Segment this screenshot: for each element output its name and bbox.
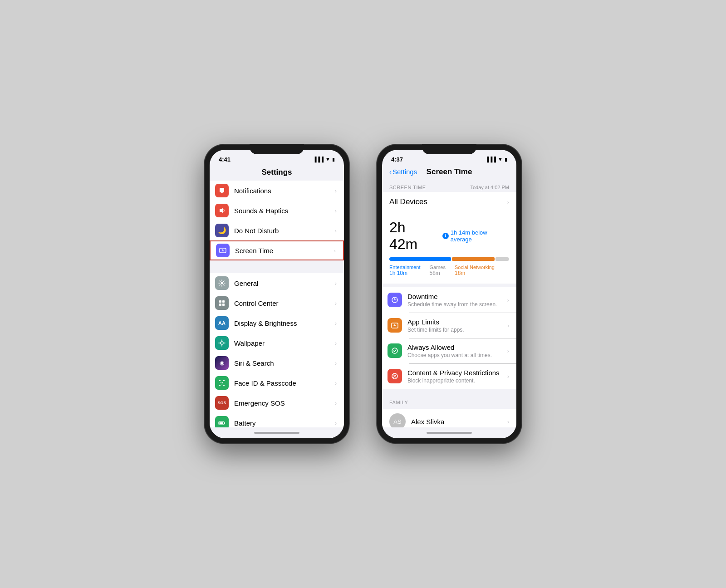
- menu-item-applimits[interactable]: App Limits Set time limits for apps. ›: [382, 313, 516, 338]
- screentime-chevron: ›: [334, 247, 336, 254]
- svg-rect-13: [219, 385, 221, 386]
- right-nav-bar: ‹ Settings Screen Time: [382, 166, 516, 179]
- notifications-label: Notifications: [234, 182, 333, 200]
- svg-rect-8: [222, 304, 225, 306]
- controlcenter-label: Control Center: [234, 294, 333, 312]
- sounds-label: Sounds & Haptics: [234, 202, 333, 220]
- left-iphone: 4:41 ▐▐▐ ▼ ▮ Settings: [204, 144, 349, 444]
- back-button[interactable]: ‹ Settings: [389, 168, 417, 176]
- battery-icon-right: ▮: [505, 157, 507, 162]
- bar-entertainment: [389, 257, 451, 261]
- general-chevron: ›: [335, 280, 337, 287]
- settings-item-controlcenter[interactable]: Control Center ›: [210, 293, 344, 313]
- svg-rect-6: [222, 300, 225, 303]
- donotdisturb-label: Do Not Disturb: [234, 222, 333, 240]
- displaybrightness-chevron: ›: [335, 320, 337, 327]
- applimits-icon: [388, 318, 402, 333]
- siri-label: Siri & Search: [234, 354, 333, 372]
- bar-social: [495, 257, 509, 261]
- settings-item-wallpaper[interactable]: Wallpaper ›: [210, 333, 344, 353]
- left-nav-title: Settings: [261, 168, 292, 176]
- legend-social: Social Networking 18m: [455, 265, 495, 276]
- applimits-title: App Limits: [407, 318, 507, 326]
- avatar-initials: AS: [393, 418, 401, 425]
- status-icons-right: ▐▐▐ ▼ ▮: [486, 157, 507, 162]
- downtime-chevron: ›: [507, 297, 509, 304]
- settings-item-faceid[interactable]: Face ID & Passcode ›: [210, 373, 344, 393]
- status-icons-left: ▐▐▐ ▼ ▮: [313, 157, 335, 162]
- home-indicator-right: [382, 427, 516, 438]
- settings-item-displaybrightness[interactable]: AA Display & Brightness ›: [210, 313, 344, 333]
- legend-games-label: Games: [429, 265, 445, 270]
- family-member-item[interactable]: AS Alex Slivka ›: [382, 409, 516, 427]
- svg-rect-11: [219, 380, 221, 381]
- contentprivacy-title: Content & Privacy Restrictions: [407, 369, 507, 377]
- family-avatar: AS: [389, 413, 406, 427]
- wifi-icon: ▼: [325, 157, 330, 162]
- svg-rect-7: [219, 304, 221, 306]
- emergencysos-chevron: ›: [335, 400, 337, 407]
- right-content[interactable]: SCREEN TIME Today at 4:02 PM All Devices…: [382, 179, 516, 427]
- wifi-icon-right: ▼: [498, 157, 503, 162]
- battery-chevron: ›: [335, 420, 337, 426]
- svg-rect-19: [220, 422, 223, 424]
- contentprivacy-text: Content & Privacy Restrictions Block ina…: [407, 369, 507, 384]
- all-devices-row[interactable]: All Devices ›: [382, 192, 516, 212]
- family-chevron: ›: [507, 418, 509, 425]
- status-time-right: 4:37: [391, 156, 403, 163]
- alwaysallowed-subtitle: Choose apps you want at all times.: [407, 352, 507, 358]
- usage-legend: Entertainment 1h 10m Games 58m Social Ne…: [389, 265, 509, 276]
- downtime-subtitle: Schedule time away from the screen.: [407, 301, 507, 308]
- right-iphone: 4:37 ▐▐▐ ▼ ▮ ‹ Settings Screen Time SCRE…: [377, 144, 522, 444]
- notifications-icon: [215, 184, 229, 197]
- status-time-left: 4:41: [219, 156, 231, 163]
- settings-item-sounds[interactable]: Sounds & Haptics ›: [210, 201, 344, 220]
- settings-item-emergencysos[interactable]: SOS Emergency SOS ›: [210, 393, 344, 413]
- settings-item-siri[interactable]: ◉ Siri & Search ›: [210, 353, 344, 373]
- wallpaper-icon: [215, 336, 229, 350]
- bar-games: [452, 257, 495, 261]
- screen-time-menu: Downtime Schedule time away from the scr…: [382, 287, 516, 389]
- settings-item-screentime[interactable]: Screen Time ›: [210, 240, 344, 260]
- downtime-icon: [388, 293, 402, 307]
- contentprivacy-icon: [388, 369, 402, 383]
- svg-point-4: [221, 282, 223, 284]
- settings-item-donotdisturb[interactable]: 🌙 Do Not Disturb ›: [210, 220, 344, 240]
- family-member-name: Alex Slivka: [411, 418, 507, 426]
- all-devices-label: All Devices: [389, 197, 427, 206]
- settings-item-battery[interactable]: Battery ›: [210, 413, 344, 427]
- alwaysallowed-title: Always Allowed: [407, 343, 507, 351]
- controlcenter-chevron: ›: [335, 300, 337, 307]
- faceid-label: Face ID & Passcode: [234, 374, 333, 392]
- home-indicator-left: [210, 427, 344, 438]
- section-value: Today at 4:02 PM: [470, 185, 509, 190]
- menu-item-downtime[interactable]: Downtime Schedule time away from the scr…: [382, 287, 516, 313]
- screen-time-section-header: SCREEN TIME Today at 4:02 PM: [382, 179, 516, 192]
- contentprivacy-chevron: ›: [507, 373, 509, 380]
- right-screen: 4:37 ▐▐▐ ▼ ▮ ‹ Settings Screen Time SCRE…: [382, 150, 516, 438]
- settings-group-1: Notifications › Sounds & Haptics ›: [210, 181, 344, 260]
- general-icon: [215, 276, 229, 290]
- back-chevron-icon: ‹: [389, 168, 392, 176]
- legend-games: Games 58m: [429, 265, 445, 276]
- applimits-chevron: ›: [507, 322, 509, 329]
- general-label: General: [234, 274, 333, 292]
- menu-item-contentprivacy[interactable]: Content & Privacy Restrictions Block ina…: [382, 363, 516, 389]
- svg-point-10: [221, 343, 222, 343]
- wallpaper-chevron: ›: [335, 340, 337, 347]
- sounds-icon: [215, 204, 229, 217]
- home-bar-right: [427, 432, 472, 434]
- separator-1: [210, 260, 344, 273]
- sounds-chevron: ›: [335, 207, 337, 214]
- faceid-chevron: ›: [335, 380, 337, 387]
- emergencysos-icon: SOS: [215, 396, 229, 410]
- left-content[interactable]: Notifications › Sounds & Haptics ›: [210, 181, 344, 427]
- legend-entertainment-label: Entertainment: [389, 265, 420, 270]
- settings-group-2: General › Control Center ›: [210, 273, 344, 427]
- menu-item-alwaysallowed[interactable]: Always Allowed Choose apps you want at a…: [382, 338, 516, 363]
- settings-item-general[interactable]: General ›: [210, 273, 344, 293]
- notifications-chevron: ›: [335, 187, 337, 194]
- below-avg-text: 1h 14m below average: [451, 229, 509, 243]
- donotdisturb-chevron: ›: [335, 227, 337, 234]
- settings-item-notifications[interactable]: Notifications ›: [210, 181, 344, 201]
